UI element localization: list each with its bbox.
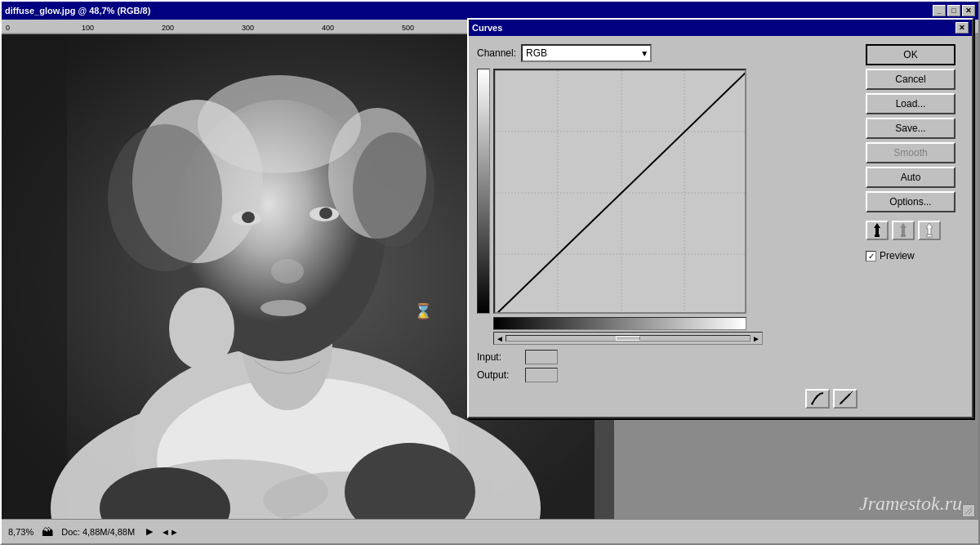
curves-dialog: Curves ✕ Channel: RGB — [467, 18, 973, 418]
scroll-thumb[interactable] — [616, 336, 640, 341]
gray-eyedropper-tool[interactable] — [892, 221, 915, 240]
scroll-track[interactable] — [506, 335, 751, 342]
auto-button[interactable]: Auto — [866, 167, 956, 188]
svg-line-49 — [969, 511, 972, 514]
channel-select[interactable]: RGB — [521, 44, 652, 62]
preview-row: ✓ Preview — [866, 250, 964, 261]
svg-point-21 — [108, 124, 222, 271]
svg-text:400: 400 — [322, 24, 334, 32]
svg-point-26 — [319, 208, 332, 219]
input-row: Input: — [477, 350, 858, 364]
svg-point-22 — [353, 132, 434, 247]
dialog-content: Channel: RGB — [469, 36, 972, 417]
preview-checkbox[interactable]: ✓ — [866, 251, 876, 261]
svg-rect-46 — [901, 235, 906, 237]
ok-button[interactable]: OK — [866, 44, 956, 65]
svg-rect-47 — [927, 235, 932, 237]
curve-section: Channel: RGB — [477, 44, 858, 409]
curve-pencil-tool[interactable] — [833, 389, 858, 409]
svg-text:500: 500 — [402, 24, 414, 32]
svg-point-25 — [242, 212, 255, 223]
curve-svg — [495, 70, 746, 314]
svg-rect-35 — [495, 70, 746, 314]
svg-point-27 — [271, 259, 304, 284]
scroll-controls[interactable]: ◄► — [161, 527, 179, 537]
horizontal-scrollbar[interactable]: ◄ ► — [493, 332, 763, 345]
eyedropper-tools — [866, 221, 964, 240]
status-bar: 8,73% 🏔 Doc: 4,88M/4,88M ▶ ◄► — [2, 519, 978, 543]
main-window: diffuse_glow.jpg @ 48,7% (RGB/8) _ □ ✕ 0… — [0, 0, 980, 545]
title-bar: diffuse_glow.jpg @ 48,7% (RGB/8) _ □ ✕ — [2, 2, 978, 20]
svg-rect-11 — [2, 34, 67, 519]
close-button[interactable]: ✕ — [962, 5, 975, 16]
load-button[interactable]: Load... — [866, 93, 956, 114]
output-value-field[interactable] — [525, 368, 558, 382]
output-label: Output: — [477, 369, 522, 381]
input-gradient-bar — [493, 317, 746, 330]
minimize-button[interactable]: _ — [933, 5, 946, 16]
doc-info: Doc: 4,88M/4,88M — [61, 527, 135, 537]
svg-line-48 — [965, 507, 972, 514]
button-section: OK Cancel Load... Save... Smooth Auto Op… — [866, 44, 964, 409]
svg-rect-45 — [875, 235, 880, 237]
svg-text:100: 100 — [82, 24, 94, 32]
output-row: Output: — [477, 368, 858, 382]
curve-tools — [477, 389, 858, 409]
preview-label: Preview — [880, 250, 915, 261]
cancel-button[interactable]: Cancel — [866, 69, 956, 90]
zoom-level: 8,73% — [8, 527, 33, 537]
dialog-title-bar: Curves ✕ — [469, 20, 972, 36]
svg-text:300: 300 — [242, 24, 254, 32]
curve-pen-tool[interactable] — [805, 389, 830, 409]
window-title: diffuse_glow.jpg @ 48,7% (RGB/8) — [5, 6, 150, 16]
smooth-button[interactable]: Smooth — [866, 142, 956, 163]
channel-dropdown-wrapper[interactable]: RGB — [521, 44, 652, 62]
window-controls: _ □ ✕ — [933, 5, 975, 16]
maximize-button[interactable]: □ — [947, 5, 960, 16]
curve-canvas-wrapper — [477, 69, 858, 314]
channel-row: Channel: RGB — [477, 44, 858, 62]
input-value-field[interactable] — [525, 350, 558, 364]
input-label: Input: — [477, 351, 522, 363]
svg-point-28 — [261, 300, 306, 316]
channel-label: Channel: — [477, 47, 516, 59]
black-eyedropper-tool[interactable] — [866, 221, 889, 240]
white-eyedropper-tool[interactable] — [918, 221, 941, 240]
scroll-left-arrow[interactable]: ◄ — [496, 334, 504, 343]
svg-text:200: 200 — [162, 24, 174, 32]
svg-point-20 — [198, 75, 361, 173]
svg-text:0: 0 — [6, 24, 10, 32]
output-gradient-bar — [477, 69, 490, 314]
play-button[interactable]: ▶ — [146, 526, 153, 537]
svg-text:⌛: ⌛ — [414, 302, 433, 320]
scroll-right-arrow[interactable]: ► — [752, 334, 760, 343]
options-button[interactable]: Options... — [866, 191, 956, 212]
dialog-title: Curves — [472, 23, 502, 33]
svg-point-33 — [169, 288, 234, 369]
save-button[interactable]: Save... — [866, 118, 956, 139]
watermark: Jramestok.ru — [859, 493, 962, 515]
dialog-close-button[interactable]: ✕ — [956, 22, 969, 34]
resize-icon[interactable] — [962, 504, 975, 517]
input-output-section: Input: Output: — [477, 350, 858, 382]
curve-graph[interactable] — [493, 69, 746, 314]
status-icon: 🏔 — [42, 525, 53, 538]
